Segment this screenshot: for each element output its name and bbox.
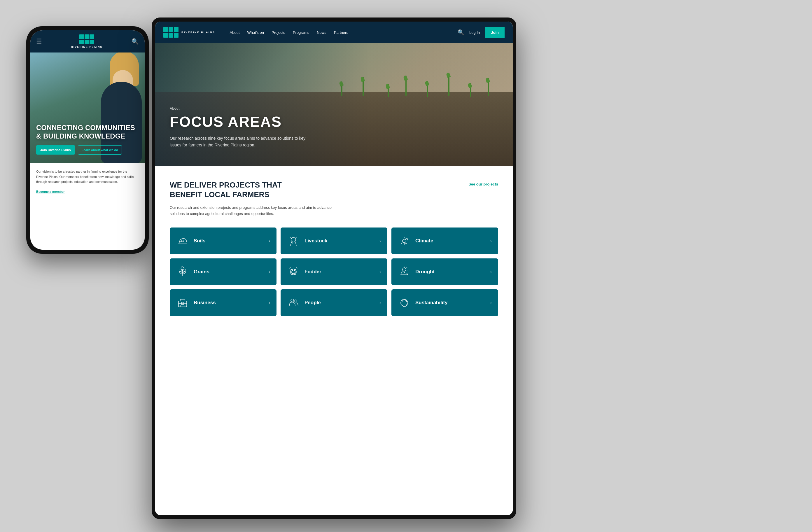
svg-point-14 [290,269,296,275]
logo-cell [174,33,178,38]
hamburger-icon[interactable]: ☰ [36,38,42,45]
logo-cell [79,34,84,39]
content-description: Our research and extension projects and … [170,204,345,217]
phone-mockup: ☰ RIVERINE PLAINS 🔍 [26,26,149,254]
grains-arrow: › [269,269,270,274]
tablet-logo-text: RIVERINE PLAINS [182,31,215,34]
logo-cell [85,34,89,39]
focus-card-soils[interactable]: Soils › [170,228,276,254]
tablet-mockup: RIVERINE PLAINS About What's on Projects… [152,17,516,519]
tablet-hero-content: About FOCUS AREAS Our research across ni… [170,106,498,148]
svg-rect-24 [178,301,187,307]
hero-description: Our research across nine key focus areas… [170,135,316,148]
tablet-logo-grid [163,27,178,38]
logo-cell [163,27,168,32]
nav-link-programs[interactable]: Programs [293,30,309,35]
search-icon[interactable]: 🔍 [458,29,464,35]
drought-arrow: › [490,269,492,274]
tablet-screen: RIVERINE PLAINS About What's on Projects… [155,21,513,515]
tablet-nav-links: About What's on Projects Programs News P… [230,30,449,35]
soils-arrow: › [269,238,270,244]
climate-arrow: › [490,238,492,244]
logo-cell [85,40,89,44]
svg-point-30 [291,299,294,302]
focus-card-drought[interactable]: Drought › [391,258,498,285]
phone-screen: ☰ RIVERINE PLAINS 🔍 [30,30,145,250]
tablet-content: WE DELIVER PROJECTS THAT BENEFIT LOCAL F… [155,166,513,515]
breadcrumb: About [170,106,498,111]
content-header: WE DELIVER PROJECTS THAT BENEFIT LOCAL F… [170,180,498,199]
logo-cell [174,27,178,32]
page-title: FOCUS AREAS [170,113,498,130]
focus-areas-grid: Soils › Livestock › Climate [170,228,498,316]
sustainability-icon [398,296,411,309]
fodder-label: Fodder [304,269,375,275]
phone-content: Our vision is to be a trusted partner in… [30,163,145,250]
logo-cell [163,33,168,38]
logo-cell [169,27,173,32]
nav-link-about[interactable]: About [230,30,240,35]
svg-point-2 [403,239,406,243]
focus-card-fodder[interactable]: Fodder › [280,258,387,285]
phone-body-text: Our vision is to be a trusted partner in… [36,169,139,185]
people-arrow: › [379,300,381,305]
join-button[interactable]: Join Riverine Plains [36,145,75,155]
svg-line-22 [406,267,407,268]
nav-link-news[interactable]: News [317,30,327,35]
content-main-title: WE DELIVER PROJECTS THAT BENEFIT LOCAL F… [170,180,316,199]
phone-navbar: ☰ RIVERINE PLAINS 🔍 [30,30,145,53]
login-button[interactable]: Log In [469,30,480,35]
logo-cell [89,34,94,39]
people-label: People [304,300,375,306]
business-arrow: › [269,300,270,305]
fodder-arrow: › [379,269,381,274]
logo-grid [79,34,94,44]
climate-label: Climate [415,238,485,244]
fodder-icon [287,265,300,278]
nav-link-projects[interactable]: Projects [272,30,285,35]
learn-button[interactable]: Learn about what we do [78,145,122,155]
tablet-nav-actions: 🔍 Log In Join [458,27,505,38]
focus-card-grains[interactable]: Grains › [170,258,276,285]
svg-rect-25 [180,299,185,301]
nav-link-partners[interactable]: Partners [334,30,348,35]
sustainability-arrow: › [490,300,492,305]
livestock-label: Livestock [304,238,375,244]
svg-point-7 [406,238,407,240]
phone-hero-content: CONNECTING COMMUNITIES & BUILDING KNOWLE… [36,124,139,155]
phone-logo-text: RIVERINE PLAINS [71,45,102,48]
business-label: Business [194,300,264,306]
people-icon [287,296,300,309]
focus-card-people[interactable]: People › [280,289,387,316]
search-icon[interactable]: 🔍 [132,38,139,45]
focus-card-business[interactable]: Business › [170,289,276,316]
phone-hero-title: CONNECTING COMMUNITIES & BUILDING KNOWLE… [36,124,139,141]
svg-point-31 [294,300,297,302]
see-projects-link[interactable]: See our projects [468,182,498,186]
join-button[interactable]: Join [485,27,505,38]
phone-hero-buttons: Join Riverine Plains Learn about what we… [36,145,139,155]
grains-label: Grains [194,269,264,275]
soils-label: Soils [194,238,264,244]
tablet-hero: About FOCUS AREAS Our research across ni… [155,43,513,166]
soils-icon [176,234,189,247]
focus-card-climate[interactable]: Climate › [391,228,498,254]
tablet-navbar: RIVERINE PLAINS About What's on Projects… [155,21,513,43]
become-member-link[interactable]: Become a member [36,190,65,193]
nav-link-whatson[interactable]: What's on [247,30,264,35]
phone-hero: CONNECTING COMMUNITIES & BUILDING KNOWLE… [30,53,145,163]
sustainability-label: Sustainability [415,300,485,306]
business-icon [176,296,189,309]
svg-point-1 [291,238,296,242]
svg-point-20 [403,268,406,271]
logo-cell [89,40,94,44]
climate-icon [398,234,411,247]
focus-card-livestock[interactable]: Livestock › [280,228,387,254]
livestock-icon [287,234,300,247]
tablet-logo[interactable]: RIVERINE PLAINS [163,27,215,38]
phone-logo[interactable]: RIVERINE PLAINS [71,34,102,48]
drought-label: Drought [415,269,485,275]
logo-cell [79,40,84,44]
grains-icon [176,265,189,278]
focus-card-sustainability[interactable]: Sustainability › [391,289,498,316]
